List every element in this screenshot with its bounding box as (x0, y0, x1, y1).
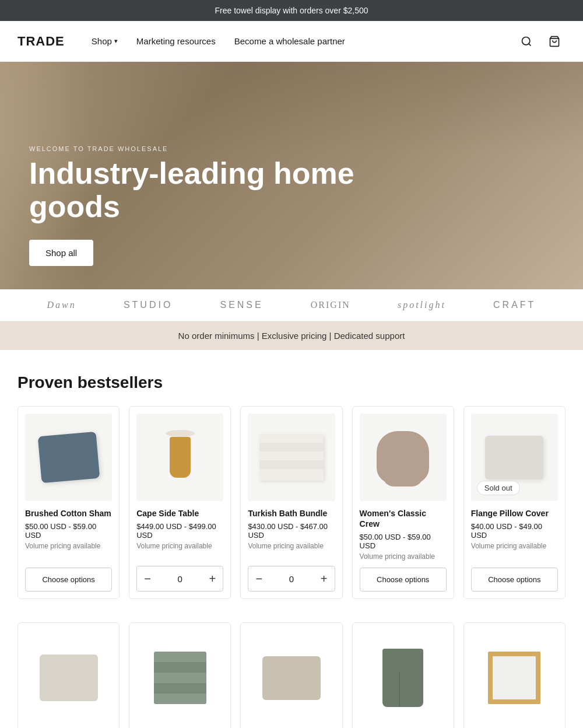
brand-spotlight[interactable]: spotlight (398, 300, 446, 310)
hero-shop-all-button[interactable]: Shop all (29, 240, 93, 266)
product-image-1 (25, 414, 112, 501)
svg-line-1 (529, 43, 531, 46)
product-image-3 (248, 414, 335, 501)
sold-out-badge: Sold out (477, 481, 520, 495)
choose-options-button-5[interactable]: Choose options (471, 568, 558, 592)
product-volume-1: Volume pricing available (25, 542, 112, 550)
bottom-product-3 (240, 622, 342, 728)
product-volume-3: Volume pricing available (248, 542, 335, 550)
svg-point-0 (522, 37, 530, 44)
choose-options-button-4[interactable]: Choose options (360, 568, 447, 592)
cart-button[interactable] (543, 30, 566, 52)
announcement-bar: Free towel display with orders over $2,5… (0, 0, 583, 21)
product-card-5: Sold out Flange Pillow Cover $40.00 USD … (463, 406, 566, 599)
product-grid: Brushed Cotton Sham $50.00 USD - $59.00 … (17, 406, 566, 599)
choose-options-button-1[interactable]: Choose options (25, 568, 112, 592)
product-image-pillow-light (485, 436, 543, 480)
bottom-product-5 (463, 622, 566, 728)
chevron-down-icon: ▾ (114, 37, 118, 45)
product-title-5: Flange Pillow Cover (471, 508, 558, 519)
header-icons (515, 30, 566, 52)
product-title-4: Women's Classic Crew (360, 508, 447, 529)
brand-sense[interactable]: SENSE (220, 300, 263, 310)
product-image-towels (259, 434, 324, 481)
qty-decrease-button-3[interactable]: − (248, 566, 269, 591)
product-price-4: $50.00 USD - $59.00 USD (360, 533, 447, 550)
product-image-pillow-cream (40, 654, 98, 701)
qty-increase-button-2[interactable]: + (202, 566, 223, 591)
product-title-1: Brushed Cotton Sham (25, 508, 112, 519)
product-card-1: Brushed Cotton Sham $50.00 USD - $59.00 … (17, 406, 120, 599)
product-card-3: Turkish Bath Bundle $430.00 USD - $467.0… (240, 406, 342, 599)
bottom-product-4 (352, 622, 454, 728)
brand-studio[interactable]: STUDIO (124, 300, 173, 310)
logo[interactable]: TRADE (17, 34, 65, 49)
product-image-side-table (157, 430, 203, 485)
product-image-pillow-tan (262, 656, 321, 700)
hero-eyebrow: WELCOME TO TRADE WHOLESALE (29, 145, 356, 152)
search-icon (521, 36, 532, 47)
bestsellers-title: Proven bestsellers (17, 373, 566, 392)
product-image-towel-stack (154, 652, 206, 704)
product-image-2 (136, 414, 223, 501)
cart-icon (549, 36, 560, 47)
search-button[interactable] (515, 30, 538, 52)
brand-origin[interactable]: ORIGIN (311, 300, 350, 310)
product-volume-2: Volume pricing available (136, 542, 223, 550)
product-title-3: Turkish Bath Bundle (248, 508, 335, 519)
header: TRADE Shop ▾ Marketing resources Become … (0, 21, 583, 62)
qty-increase-button-3[interactable]: + (314, 566, 335, 591)
brand-craft[interactable]: CRAFT (493, 300, 536, 310)
product-price-1: $50.00 USD - $59.00 USD (25, 522, 112, 540)
product-volume-5: Volume pricing available (471, 542, 558, 550)
nav-wholesale-partner[interactable]: Become a wholesale partner (225, 32, 354, 51)
nav: Shop ▾ Marketing resources Become a whol… (82, 32, 515, 51)
bottom-product-1 (17, 622, 120, 728)
qty-value-2: 0 (178, 574, 182, 584)
brands-bar: Dawn STUDIO SENSE ORIGIN spotlight CRAFT (0, 289, 583, 321)
value-proposition-bar: No order minimums | Exclusive pricing | … (0, 321, 583, 350)
product-card-2: Cape Side Table $449.00 USD - $499.00 US… (129, 406, 231, 599)
product-image-4 (360, 414, 447, 501)
announcement-text: Free towel display with orders over $2,5… (215, 6, 368, 15)
product-card-4: Women's Classic Crew $50.00 USD - $59.00… (352, 406, 454, 599)
nav-marketing-resources[interactable]: Marketing resources (127, 32, 225, 51)
product-price-5: $40.00 USD - $49.00 USD (471, 522, 558, 540)
product-image-5: Sold out (471, 414, 558, 501)
brand-dawn[interactable]: Dawn (47, 300, 76, 310)
bottom-product-row (0, 622, 583, 728)
hero-section: WELCOME TO TRADE WHOLESALE Industry-lead… (0, 62, 583, 289)
product-title-2: Cape Side Table (136, 508, 223, 519)
bottom-product-2 (129, 622, 231, 728)
product-volume-4: Volume pricing available (360, 552, 447, 561)
bestsellers-section: Proven bestsellers Brushed Cotton Sham $… (0, 350, 583, 622)
product-price-2: $449.00 USD - $499.00 USD (136, 522, 223, 540)
product-image-pillow-dark (37, 432, 100, 483)
qty-decrease-button-2[interactable]: − (137, 566, 158, 591)
qty-value-3: 0 (289, 574, 294, 584)
product-image-sweater (377, 431, 429, 484)
product-price-3: $430.00 USD - $467.00 USD (248, 522, 335, 540)
hero-content: WELCOME TO TRADE WHOLESALE Industry-lead… (29, 145, 356, 266)
nav-shop[interactable]: Shop ▾ (82, 32, 127, 51)
product-image-pants (382, 649, 423, 707)
qty-control-2: − 0 + (136, 566, 223, 592)
product-image-frame (488, 652, 540, 704)
value-text: No order minimums | Exclusive pricing | … (178, 331, 405, 341)
hero-title: Industry-leading home goods (29, 157, 356, 223)
qty-control-3: − 0 + (248, 566, 335, 592)
